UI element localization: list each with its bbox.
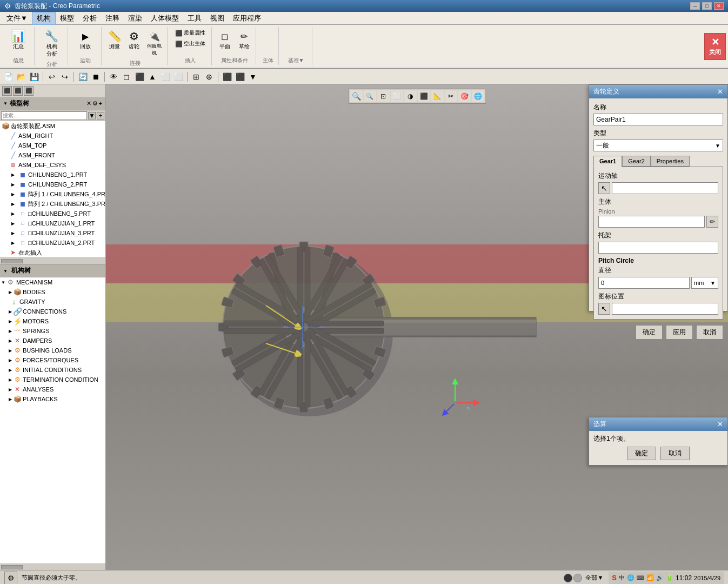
tree-item-chilunbeng2[interactable]: ▶ ◼ CHILUNBENG_2.PRT: [0, 180, 105, 189]
toolbar-new[interactable]: 📄: [2, 71, 14, 83]
toolbar-view6[interactable]: ⬜: [172, 71, 184, 83]
vp-fit[interactable]: ⊡: [377, 90, 390, 102]
mode-btn-2[interactable]: [573, 574, 582, 582]
toolbar-datum[interactable]: ⊕: [203, 71, 215, 83]
icon-pos-input[interactable]: [612, 303, 718, 315]
summary-button[interactable]: 📊 汇总: [10, 28, 27, 52]
tree-item-asm-right[interactable]: ╱ ASM_RIGHT: [0, 131, 105, 141]
vp-target[interactable]: 🎯: [458, 90, 471, 102]
mech-tree-hscroll[interactable]: [0, 563, 105, 570]
toolbar-view2[interactable]: ◻: [121, 71, 132, 83]
viewport[interactable]: ↖ 🔍 🔍 ⊡ ⬜ ◑ ⬛ 📐 ✂ 🎯 🌐 齿轮定义 ✕ 名称: [106, 84, 728, 570]
minimize-button[interactable]: ─: [690, 2, 700, 10]
menu-tools[interactable]: 工具: [183, 12, 206, 24]
model-tree-btn-settings[interactable]: ⚙: [92, 100, 98, 107]
toolbar-redo[interactable]: ↪: [59, 71, 71, 83]
menu-mechanism[interactable]: 机构: [32, 12, 56, 25]
vp-refit[interactable]: ⬜: [390, 90, 403, 102]
mode-btn-1[interactable]: [564, 574, 572, 582]
vp-wireframe[interactable]: ⬛: [417, 90, 430, 102]
body-edit-btn[interactable]: ✏: [706, 216, 718, 228]
tree-item-bushing[interactable]: ▶ ⚙ BUSHING LOADS: [0, 346, 105, 355]
tree-item-insert-here[interactable]: ➤ 在此插入: [0, 248, 105, 257]
tree-item-bodies[interactable]: ▶ 📦 BODIES: [0, 287, 105, 297]
dialog-apply-btn[interactable]: 应用: [666, 325, 693, 340]
tree-item-springs[interactable]: ▶ 〰 SPRINGS: [0, 326, 105, 336]
menu-file[interactable]: 文件▼: [2, 12, 32, 24]
tree-item-array1[interactable]: ▶ ◼ 阵列 1 / CHILUNBENG_4.PR: [0, 189, 105, 199]
toolbar-more2[interactable]: ⬛: [234, 71, 246, 83]
menu-view[interactable]: 视图: [206, 12, 229, 24]
menu-annotation[interactable]: 注释: [101, 12, 124, 24]
name-field-input[interactable]: [593, 114, 723, 125]
model-tree-filter[interactable]: ▼: [88, 112, 96, 120]
menu-render[interactable]: 渲染: [124, 12, 146, 24]
tree-item-initial[interactable]: ▶ ⚙ INITIAL CONDITIONS: [0, 365, 105, 375]
toolbar-dropdown[interactable]: ▼: [247, 71, 259, 83]
toolbar-coord[interactable]: ⊞: [190, 71, 202, 83]
toolbar-view5[interactable]: ⬜: [159, 71, 171, 83]
tree-item-mechanism[interactable]: ▼ ⚙ MECHANISM: [0, 277, 105, 287]
maximize-button[interactable]: □: [702, 2, 712, 10]
model-tree-btn-close[interactable]: ✕: [86, 100, 91, 107]
toolbar-view3[interactable]: ⬛: [133, 71, 145, 83]
panel-icon1[interactable]: ⬛: [2, 86, 12, 96]
tree-item-analyses[interactable]: ▶ ✕ ANALYSES: [0, 384, 105, 394]
model-tree-hscroll[interactable]: [0, 257, 105, 264]
model-tree-expand[interactable]: +: [97, 112, 104, 120]
tree-item-asm-front[interactable]: ╱ ASM_FRONT: [0, 150, 105, 160]
vp-orient[interactable]: 🌐: [471, 90, 484, 102]
tree-item-motors[interactable]: ▶ ⚡ MOTORS: [0, 316, 105, 326]
plane-button[interactable]: ◻ 平面: [216, 28, 233, 52]
tree-item-chilunbeng1[interactable]: ▶ ◼ CHILUNBENG_1.PRT: [0, 170, 105, 180]
dialog-cancel-btn[interactable]: 取消: [696, 325, 723, 340]
toolbar-save[interactable]: 💾: [28, 71, 40, 83]
model-tree-search[interactable]: [1, 111, 87, 120]
toolbar-open[interactable]: 📂: [15, 71, 27, 83]
gear-tab-1[interactable]: Gear1: [593, 156, 622, 167]
measure-button[interactable]: 📏 测量: [106, 28, 123, 58]
playback-button[interactable]: ▶ 回放: [77, 28, 94, 52]
tree-item-asm-top[interactable]: ╱ ASM_TOP: [0, 141, 105, 150]
servo-motor-button[interactable]: 🔌 伺服电 机: [145, 28, 164, 58]
sketch-button[interactable]: ✏ 草绘: [236, 28, 253, 52]
tree-item-chilunzujian1[interactable]: ▶ □ □CHILUNZUJIAN_1.PRT: [0, 218, 105, 228]
tree-item-forces[interactable]: ▶ ⚙ FORCES/TORQUES: [0, 355, 105, 365]
select-cancel-btn[interactable]: 取消: [660, 447, 690, 460]
toolbar-view1[interactable]: 👁: [108, 71, 119, 83]
panel-icon2[interactable]: ⬛: [13, 86, 23, 96]
toolbar-more1[interactable]: ⬛: [221, 71, 233, 83]
ribbon-close-button[interactable]: ✕ 关闭: [704, 33, 726, 60]
toolbar-stop[interactable]: ⏹: [90, 71, 102, 83]
menu-apps[interactable]: 应用程序: [229, 12, 265, 24]
tree-item-termination[interactable]: ▶ ⚙ TERMINATION CONDITION: [0, 375, 105, 384]
toolbar-undo[interactable]: ↩: [46, 71, 58, 83]
tree-item-chilunzujian2[interactable]: ▶ □ □CHILUNZUJIAN_2.PRT: [0, 238, 105, 248]
tree-item-array2[interactable]: ▶ ◼ 阵列 2 / CHILUNBENG_3.PR: [0, 199, 105, 209]
menu-model[interactable]: 模型: [56, 12, 78, 24]
tree-item-asm-def[interactable]: ⊕ ASM_DEF_CSYS: [0, 160, 105, 170]
gear-tab-2[interactable]: Gear2: [622, 156, 651, 167]
close-window-button[interactable]: ✕: [714, 2, 724, 10]
tree-item-chilunzujian3[interactable]: ▶ □ □CHILUNZUJIAN_3.PRT: [0, 228, 105, 238]
panel-icon3[interactable]: ⬛: [24, 86, 34, 96]
toolbar-view4[interactable]: ▲: [146, 71, 158, 83]
titlebar-controls[interactable]: ─ □ ✕: [690, 2, 724, 10]
model-tree-collapse-icon[interactable]: ▼: [3, 101, 8, 106]
icon-pos-select-btn[interactable]: ↖: [598, 303, 610, 315]
model-tree-btn-add[interactable]: +: [99, 100, 102, 107]
tree-item-connections[interactable]: ▶ 🔗 CONNECTIONS: [0, 307, 105, 316]
vp-zoom-in[interactable]: 🔍: [350, 90, 363, 102]
tree-item-asm-root[interactable]: 📦 齿轮泵装配.ASM: [0, 121, 105, 131]
evacuate-body-button[interactable]: ⬛ 空出主体: [173, 39, 208, 49]
type-dropdown[interactable]: 一般 ▼: [593, 140, 723, 151]
gear-button[interactable]: ⚙ 齿轮: [125, 28, 143, 58]
motion-axis-select-btn[interactable]: ↖: [598, 182, 610, 194]
statusbar-icon[interactable]: ⚙: [4, 572, 17, 585]
tree-item-playbacks[interactable]: ▶ 📦 PLAYBACKS: [0, 394, 105, 404]
body-input[interactable]: [598, 216, 705, 228]
gear-tab-properties[interactable]: Properties: [651, 156, 690, 167]
select-dialog-close[interactable]: ✕: [717, 420, 723, 428]
mech-tree-hscroll-thumb[interactable]: [1, 565, 23, 569]
bracket-input[interactable]: [598, 242, 718, 254]
